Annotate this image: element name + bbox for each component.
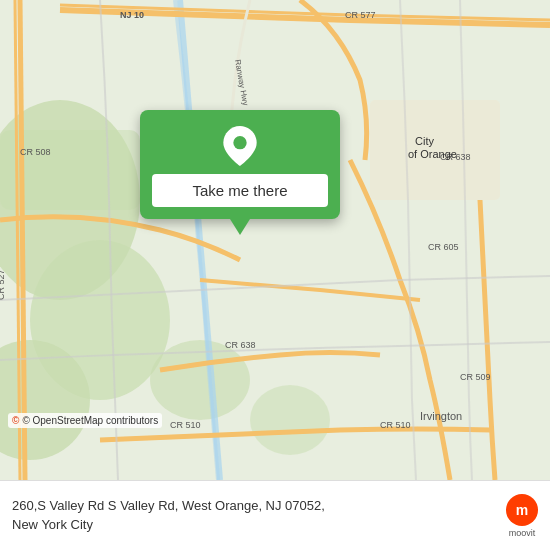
svg-text:CR 508: CR 508: [20, 147, 51, 157]
svg-text:of Orange: of Orange: [408, 148, 457, 160]
map-svg: Irvington CR 527 CR 508 NJ 10 CR 577 CR …: [0, 0, 550, 480]
take-me-there-button[interactable]: Take me there: [152, 174, 328, 207]
svg-text:CR 509: CR 509: [460, 372, 491, 382]
svg-text:CR 510: CR 510: [380, 420, 411, 430]
svg-text:NJ 10: NJ 10: [120, 10, 144, 20]
address-container: 260,S Valley Rd S Valley Rd, West Orange…: [12, 497, 498, 533]
location-pin-icon: [220, 126, 260, 166]
svg-text:CR 577: CR 577: [345, 10, 376, 20]
moovit-logo: m moovit: [506, 494, 538, 538]
osm-icon: ©: [12, 415, 19, 426]
svg-text:m: m: [516, 502, 528, 518]
map-view[interactable]: Irvington CR 527 CR 508 NJ 10 CR 577 CR …: [0, 0, 550, 480]
svg-text:CR 527: CR 527: [0, 269, 6, 300]
osm-attribution: © © OpenStreetMap contributors: [8, 413, 162, 428]
bottom-info-bar: 260,S Valley Rd S Valley Rd, West Orange…: [0, 480, 550, 550]
moovit-text: moovit: [509, 528, 536, 538]
svg-text:City: City: [415, 135, 434, 147]
svg-text:CR 605: CR 605: [428, 242, 459, 252]
svg-point-6: [250, 385, 330, 455]
svg-point-22: [233, 136, 246, 149]
moovit-icon: m: [506, 494, 538, 526]
address-line: 260,S Valley Rd S Valley Rd, West Orange…: [12, 498, 325, 513]
svg-text:CR 638: CR 638: [225, 340, 256, 350]
svg-text:CR 510: CR 510: [170, 420, 201, 430]
location-popup: Take me there: [140, 110, 340, 219]
city-line: New York City: [12, 517, 93, 532]
osm-attribution-text: © OpenStreetMap contributors: [22, 415, 158, 426]
svg-text:Irvington: Irvington: [420, 410, 462, 422]
